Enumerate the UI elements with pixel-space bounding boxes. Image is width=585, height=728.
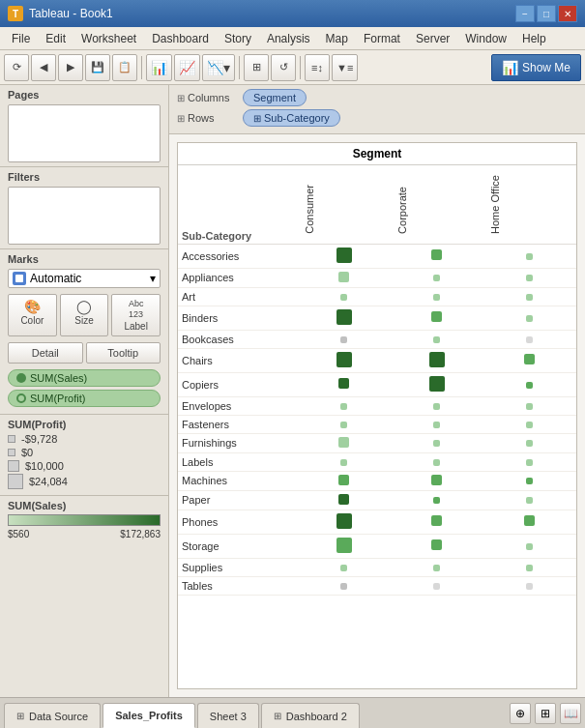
menu-analysis[interactable]: Analysis bbox=[259, 30, 318, 47]
columns-shelf: ⊞ Columns Segment bbox=[177, 89, 577, 106]
close-button[interactable]: ✕ bbox=[558, 5, 577, 22]
rows-subcategory-pill[interactable]: ⊞ Sub-Category bbox=[243, 109, 340, 127]
subcategory-cell: Binders bbox=[178, 306, 298, 330]
corporate-cell bbox=[391, 348, 483, 372]
menu-server[interactable]: Server bbox=[408, 30, 457, 47]
toolbar-copy-button[interactable]: 📋 bbox=[112, 54, 137, 81]
dashboard2-label: Dashboard 2 bbox=[286, 711, 347, 722]
tab-sheet3[interactable]: Sheet 3 bbox=[197, 703, 259, 728]
show-me-button[interactable]: 📊 Show Me bbox=[491, 54, 581, 81]
menu-edit[interactable]: Edit bbox=[38, 30, 73, 47]
chart-table: Sub-Category Consumer Corporate Home Off… bbox=[178, 165, 576, 596]
home_office-dot bbox=[526, 543, 533, 550]
toolbar-connect-button[interactable]: ⊞ bbox=[244, 54, 269, 81]
toolbar-save-button[interactable]: 💾 bbox=[85, 54, 110, 81]
home-office-label: Home Office bbox=[487, 167, 503, 242]
sum-profit-pill[interactable]: SUM(Profit) bbox=[8, 390, 161, 407]
corporate-cell bbox=[391, 471, 483, 490]
corporate-cell bbox=[391, 372, 483, 396]
menu-file[interactable]: File bbox=[4, 30, 38, 47]
window-controls[interactable]: − □ ✕ bbox=[515, 5, 577, 22]
menu-window[interactable]: Window bbox=[457, 30, 514, 47]
legend-item-1: -$9,728 bbox=[8, 433, 161, 445]
home_office-dot bbox=[526, 478, 533, 484]
home_office-cell bbox=[483, 534, 576, 558]
menu-help[interactable]: Help bbox=[514, 30, 554, 47]
marks-type-dropdown[interactable]: Automatic ▾ bbox=[8, 269, 161, 288]
tab-dashboard2[interactable]: ⊞ Dashboard 2 bbox=[261, 703, 360, 728]
sales-max-label: $172,863 bbox=[120, 529, 161, 539]
table-row: Tables bbox=[178, 576, 576, 595]
corporate-dot bbox=[431, 249, 442, 260]
menu-story[interactable]: Story bbox=[217, 30, 259, 47]
toolbar-home-button[interactable]: ⟳ bbox=[4, 54, 29, 81]
toolbar-chart2-button[interactable]: 📉▾ bbox=[202, 54, 235, 81]
size-button[interactable]: ◯ Size bbox=[60, 294, 109, 336]
consumer-cell bbox=[298, 471, 391, 490]
tab-sales-profits[interactable]: Sales_Profits bbox=[102, 703, 195, 728]
home_office-cell bbox=[483, 576, 576, 595]
legend-item-4: $24,084 bbox=[8, 474, 161, 489]
legend-label-1: -$9,728 bbox=[21, 433, 57, 445]
home_office-cell bbox=[483, 433, 576, 452]
toolbar-new-sheet-button[interactable]: 📊 bbox=[146, 54, 172, 81]
consumer-dot bbox=[340, 403, 347, 410]
consumer-col-header: Consumer bbox=[298, 165, 391, 244]
columns-segment-pill[interactable]: Segment bbox=[243, 89, 307, 106]
minimize-button[interactable]: − bbox=[515, 5, 535, 22]
main-layout: Pages Filters Marks Automatic ▾ bbox=[0, 85, 585, 697]
corporate-dot bbox=[433, 403, 440, 410]
filters-section: Filters bbox=[0, 167, 168, 249]
consumer-dot bbox=[340, 459, 347, 466]
menu-worksheet[interactable]: Worksheet bbox=[73, 30, 144, 47]
consumer-cell bbox=[298, 510, 391, 534]
subcategory-cell: Machines bbox=[178, 471, 298, 490]
toolbar-filter-button[interactable]: ▼≡ bbox=[332, 54, 358, 81]
home_office-dot bbox=[526, 565, 533, 571]
title-bar: T Tableau - Book1 − □ ✕ bbox=[0, 0, 585, 27]
sum-sales-pill[interactable]: SUM(Sales) bbox=[8, 369, 161, 387]
consumer-label: Consumer bbox=[302, 177, 317, 242]
tooltip-button[interactable]: Tooltip bbox=[86, 342, 161, 364]
corporate-dot bbox=[433, 583, 440, 590]
tab-data-source[interactable]: ⊞ Data Source bbox=[4, 703, 101, 728]
corporate-dot bbox=[433, 440, 440, 447]
columns-segment-label: Segment bbox=[253, 92, 296, 103]
toolbar-refresh-button[interactable]: ↺ bbox=[271, 54, 296, 81]
subcategory-cell: Appliances bbox=[178, 268, 298, 287]
toolbar-back-button[interactable]: ◀ bbox=[31, 54, 56, 81]
corporate-cell bbox=[391, 330, 483, 348]
home_office-dot bbox=[526, 294, 533, 301]
new-sheet-button[interactable]: ⊕ bbox=[510, 703, 531, 724]
new-dashboard-button[interactable]: ⊞ bbox=[535, 703, 556, 724]
consumer-dot bbox=[340, 294, 347, 301]
toolbar: ⟳ ◀ ▶ 💾 📋 📊 📈 📉▾ ⊞ ↺ ≡↕ ▼≡ 📊 Show Me bbox=[0, 50, 585, 85]
toolbar-sort-button[interactable]: ≡↕ bbox=[305, 54, 330, 81]
menu-map[interactable]: Map bbox=[318, 30, 356, 47]
subcategory-cell: Art bbox=[178, 287, 298, 306]
corporate-dot bbox=[433, 565, 440, 571]
toolbar-forward-button[interactable]: ▶ bbox=[58, 54, 83, 81]
tab-bar: ⊞ Data Source Sales_Profits Sheet 3 ⊞ Da… bbox=[0, 697, 585, 728]
home_office-cell bbox=[483, 244, 576, 268]
toolbar-chart-button[interactable]: 📈 bbox=[174, 54, 200, 81]
consumer-dot bbox=[338, 272, 349, 282]
corporate-dot bbox=[431, 515, 442, 526]
maximize-button[interactable]: □ bbox=[537, 5, 556, 22]
marks-icon bbox=[13, 272, 26, 285]
new-story-button[interactable]: 📖 bbox=[560, 703, 581, 724]
color-button[interactable]: 🎨 Color bbox=[8, 294, 57, 336]
menu-format[interactable]: Format bbox=[356, 30, 408, 47]
menu-dashboard[interactable]: Dashboard bbox=[144, 30, 217, 47]
corporate-dot bbox=[433, 294, 440, 301]
label-button[interactable]: Abc123 Label bbox=[111, 294, 161, 336]
table-row: Storage bbox=[178, 534, 576, 558]
filters-title: Filters bbox=[8, 171, 161, 183]
rows-subcategory-label: Sub-Category bbox=[264, 112, 330, 124]
home-office-col-header: Home Office bbox=[483, 165, 576, 244]
corporate-cell bbox=[391, 244, 483, 268]
table-row: Bookcases bbox=[178, 330, 576, 348]
detail-button[interactable]: Detail bbox=[8, 342, 83, 364]
consumer-dot bbox=[336, 352, 352, 367]
left-panel: Pages Filters Marks Automatic ▾ bbox=[0, 85, 169, 697]
